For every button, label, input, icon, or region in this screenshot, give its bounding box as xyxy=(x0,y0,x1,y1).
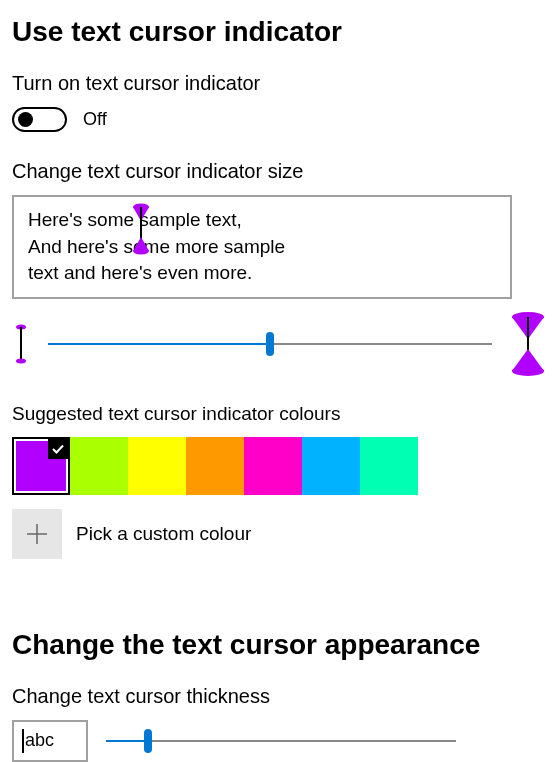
page-title: Use text cursor indicator xyxy=(12,16,546,48)
size-large-icon xyxy=(510,311,546,377)
colour-swatch-6[interactable] xyxy=(360,437,418,495)
colour-swatches xyxy=(12,437,546,495)
sample-line-3: text and here's even more. xyxy=(28,260,496,287)
plus-icon xyxy=(26,523,48,545)
svg-point-5 xyxy=(16,358,26,363)
colour-swatch-5[interactable] xyxy=(302,437,360,495)
sample-text-box: Here's some sample text, And here's some… xyxy=(12,195,512,299)
custom-colour-button[interactable] xyxy=(12,509,62,559)
thickness-slider-thumb[interactable] xyxy=(144,729,152,753)
svg-rect-4 xyxy=(20,327,22,361)
toggle-state-text: Off xyxy=(83,109,107,130)
check-icon xyxy=(48,439,68,459)
colour-swatch-0[interactable] xyxy=(12,437,70,495)
thickness-preview-text: abc xyxy=(25,730,54,751)
colours-label: Suggested text cursor indicator colours xyxy=(12,403,546,425)
sample-line-1: Here's some sample text, xyxy=(28,207,496,234)
toggle-knob xyxy=(18,112,33,127)
size-small-icon xyxy=(12,324,30,364)
thickness-label: Change text cursor thickness xyxy=(12,685,546,708)
size-slider-fill xyxy=(48,343,270,345)
colour-swatch-4[interactable] xyxy=(244,437,302,495)
colour-swatch-2[interactable] xyxy=(128,437,186,495)
caret-icon xyxy=(22,729,24,753)
thickness-preview: abc xyxy=(12,720,88,762)
size-label: Change text cursor indicator size xyxy=(12,160,546,183)
thickness-slider-fill xyxy=(106,740,148,742)
colour-swatch-3[interactable] xyxy=(186,437,244,495)
cursor-indicator-toggle[interactable] xyxy=(12,107,67,132)
thickness-slider[interactable] xyxy=(106,730,456,752)
sample-line-2: And here's some more sample xyxy=(28,234,496,261)
colour-swatch-1[interactable] xyxy=(70,437,128,495)
toggle-label: Turn on text cursor indicator xyxy=(12,72,546,95)
section2-title: Change the text cursor appearance xyxy=(12,629,546,661)
size-slider-thumb[interactable] xyxy=(266,332,274,356)
size-slider[interactable] xyxy=(48,333,492,355)
custom-colour-label: Pick a custom colour xyxy=(76,523,251,545)
